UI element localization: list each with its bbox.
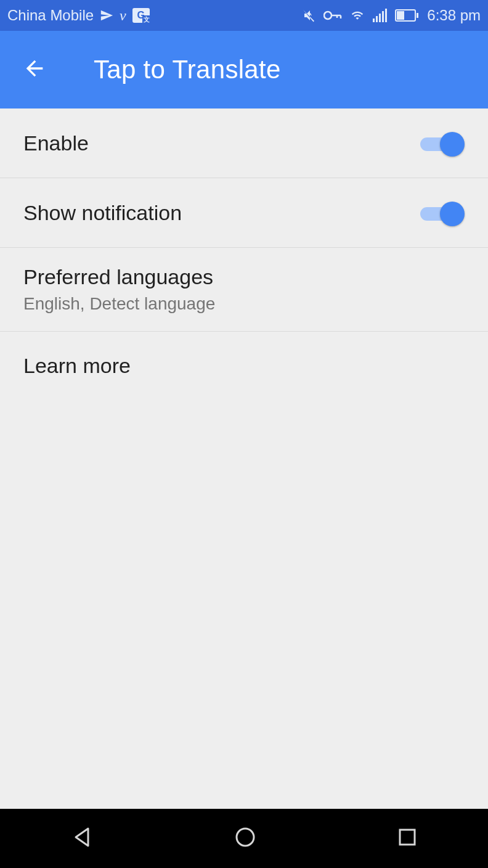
nav-back-button[interactable] bbox=[71, 826, 93, 851]
setting-languages-subtitle: English, Detect language bbox=[23, 294, 465, 314]
setting-learn-more[interactable]: Learn more bbox=[0, 332, 488, 400]
setting-languages-text: Preferred languages English, Detect lang… bbox=[23, 265, 465, 314]
clock-label: 6:38 pm bbox=[427, 7, 481, 24]
status-bar: China Mobile v G文 6:38 pm bbox=[0, 0, 488, 31]
app-bar: Tap to Translate bbox=[0, 31, 488, 108]
carrier-label: China Mobile bbox=[7, 7, 94, 24]
signal-icon bbox=[373, 9, 388, 22]
page-title: Tap to Translate bbox=[94, 55, 281, 84]
svg-rect-7 bbox=[382, 11, 384, 22]
svg-point-12 bbox=[237, 829, 254, 846]
svg-rect-11 bbox=[417, 13, 418, 18]
svg-rect-4 bbox=[373, 18, 375, 22]
setting-enable[interactable]: Enable bbox=[0, 108, 488, 178]
setting-enable-text: Enable bbox=[23, 131, 420, 155]
status-left-group: China Mobile v G文 bbox=[7, 7, 150, 24]
triangle-back-icon bbox=[71, 840, 93, 850]
setting-learn-label: Learn more bbox=[23, 354, 465, 378]
setting-learn-text: Learn more bbox=[23, 354, 465, 378]
setting-enable-label: Enable bbox=[23, 131, 420, 155]
translate-icon: G文 bbox=[132, 8, 150, 23]
setting-preferred-languages[interactable]: Preferred languages English, Detect lang… bbox=[0, 248, 488, 332]
enable-toggle[interactable] bbox=[420, 131, 465, 155]
location-send-icon bbox=[100, 9, 113, 22]
battery-icon bbox=[395, 9, 420, 22]
notification-toggle[interactable] bbox=[420, 200, 465, 225]
toggle-thumb bbox=[440, 132, 465, 157]
svg-rect-10 bbox=[397, 11, 404, 20]
setting-notification-text: Show notification bbox=[23, 201, 420, 225]
settings-content: Enable Show notification Preferred langu… bbox=[0, 108, 488, 400]
nav-recent-button[interactable] bbox=[397, 827, 417, 850]
svg-rect-8 bbox=[385, 9, 387, 22]
circle-home-icon bbox=[234, 840, 256, 850]
arrow-back-icon bbox=[22, 56, 47, 83]
toggle-thumb bbox=[440, 202, 465, 226]
v-icon: v bbox=[120, 7, 126, 24]
setting-notification-label: Show notification bbox=[23, 201, 420, 225]
svg-rect-13 bbox=[400, 830, 415, 845]
navigation-bar bbox=[0, 809, 488, 868]
setting-show-notification[interactable]: Show notification bbox=[0, 178, 488, 248]
svg-point-0 bbox=[324, 12, 331, 19]
status-right-group: 6:38 pm bbox=[301, 7, 481, 24]
mute-icon bbox=[301, 8, 316, 23]
key-icon bbox=[323, 10, 342, 21]
svg-rect-5 bbox=[376, 16, 378, 22]
wifi-icon bbox=[349, 9, 365, 22]
svg-rect-6 bbox=[379, 14, 381, 22]
square-recent-icon bbox=[397, 838, 417, 849]
setting-languages-label: Preferred languages bbox=[23, 265, 465, 289]
nav-home-button[interactable] bbox=[234, 826, 256, 851]
back-button[interactable] bbox=[20, 55, 49, 84]
